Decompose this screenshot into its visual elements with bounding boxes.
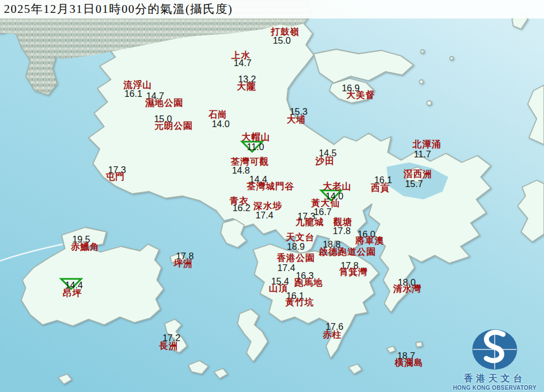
station-name: 大美督 (347, 90, 375, 101)
station-name: 赤鱲角 (71, 241, 100, 253)
station-name: 深水埗 (254, 200, 282, 212)
station-name: 山頂 (269, 283, 288, 295)
logo-name-chinese: 香港天文台 (448, 373, 542, 385)
station-name: 清水灣 (393, 283, 422, 295)
station-name: 滘西洲 (404, 169, 433, 180)
station-name: 屯門 (106, 171, 125, 183)
logo-name-english: HONG KONG OBSERVATORY (448, 385, 542, 391)
hko-temperature-map-screen: 2025年12月31日01時00分的氣溫(攝氏度) 打鼓嶺15.0上水14.7大… (0, 0, 544, 392)
station-name: 石崗 (208, 109, 227, 121)
hko-emblem-icon (471, 328, 519, 372)
station-name: 上水 (231, 50, 250, 62)
station-name: 黃竹坑 (286, 297, 314, 309)
station-name: 橫瀾島 (395, 357, 424, 369)
station-name: 昂坪 (63, 288, 82, 300)
station-name: 啟德跑道公園 (319, 246, 376, 258)
station-name: 北潭涌 (413, 139, 441, 151)
station-name: 大埔 (287, 114, 306, 126)
station-name: 赤柱 (323, 329, 342, 341)
title-bar: 2025年12月31日01時00分的氣溫(攝氏度) (0, 0, 544, 18)
station-name: 大隴 (237, 81, 256, 93)
station-name: 筲箕灣 (340, 267, 368, 278)
station-name: 長洲 (159, 340, 178, 352)
station-name: 香港公園 (277, 253, 315, 264)
station-name: 坪洲 (174, 258, 193, 270)
station-name: 濕地公園 (145, 97, 183, 109)
station-name: 荃灣可觀 (231, 156, 269, 168)
station-name: 元朗公園 (155, 120, 193, 132)
station-name: 觀塘 (333, 217, 352, 228)
station-name: 打鼓嶺 (271, 26, 300, 38)
station-name: 大帽山 (242, 132, 271, 143)
station-name: 沙田 (315, 156, 334, 167)
map-title: 2025年12月31日01時00分的氣溫(攝氏度) (0, 0, 544, 18)
station-name: 荃灣城門谷 (247, 181, 295, 193)
station-name: 天文台 (286, 232, 315, 244)
station-name: 黃大仙 (311, 198, 340, 209)
station-name: 西貢 (371, 183, 390, 194)
station-name: 將軍澳 (356, 235, 384, 247)
station-name: 大老山 (323, 181, 352, 193)
station-name: 流浮山 (124, 80, 152, 91)
station-name: 跑馬地 (295, 277, 323, 289)
station-name: 青衣 (230, 195, 249, 207)
station-name: 九龍城 (296, 217, 324, 228)
hko-logo: 香港天文台 HONG KONG OBSERVATORY (448, 328, 542, 391)
